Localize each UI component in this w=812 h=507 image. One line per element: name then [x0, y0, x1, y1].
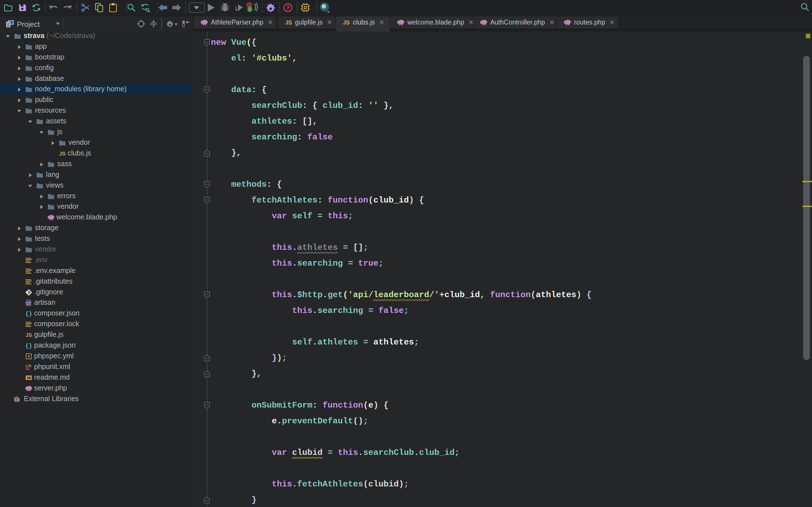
- svg-text:php: php: [26, 302, 31, 305]
- svg-text:?: ?: [286, 4, 290, 11]
- svg-text:JS: JS: [26, 332, 32, 338]
- svg-text:{}: {}: [26, 311, 32, 317]
- svg-text:JS: JS: [59, 151, 65, 157]
- svg-text:{}: {}: [26, 343, 32, 349]
- svg-text:M: M: [27, 376, 30, 380]
- svg-text:Y: Y: [28, 354, 30, 359]
